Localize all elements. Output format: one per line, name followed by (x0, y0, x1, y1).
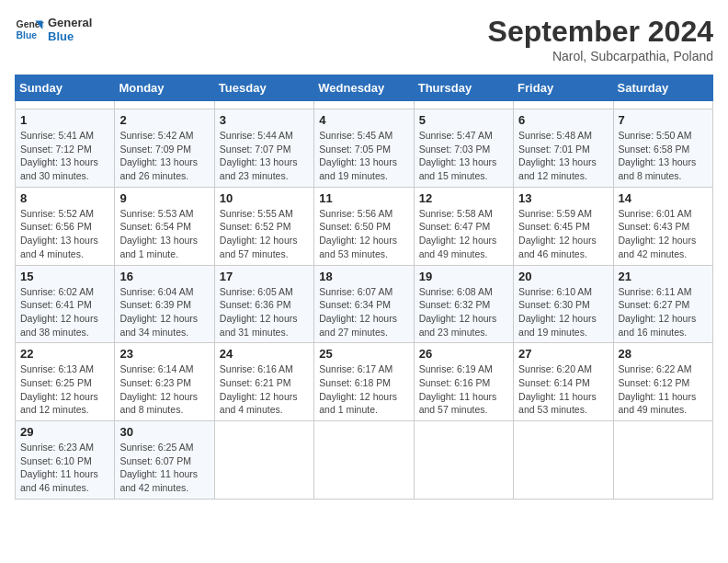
day-info: Sunrise: 6:22 AM Sunset: 6:12 PM Dayligh… (619, 362, 708, 417)
location-subtitle: Narol, Subcarpathia, Poland (488, 49, 713, 63)
day-info: Sunrise: 6:14 AM Sunset: 6:23 PM Dayligh… (119, 362, 209, 417)
day-info: Sunrise: 6:05 AM Sunset: 6:36 PM Dayligh… (220, 285, 309, 339)
title-area: September 2024 Narol, Subcarpathia, Pola… (488, 15, 713, 63)
calendar-table: SundayMondayTuesdayWednesdayThursdayFrid… (15, 75, 713, 500)
calendar-cell (613, 101, 712, 109)
day-number: 19 (419, 270, 508, 283)
calendar-cell: 14Sunrise: 6:01 AM Sunset: 6:43 PM Dayli… (613, 187, 712, 265)
calendar-cell: 10Sunrise: 5:55 AM Sunset: 6:52 PM Dayli… (214, 187, 313, 265)
day-number: 16 (119, 270, 209, 283)
calendar-cell: 30Sunrise: 6:25 AM Sunset: 6:07 PM Dayli… (115, 421, 214, 500)
day-number: 3 (220, 113, 309, 127)
header-friday: Friday (514, 75, 613, 101)
day-info: Sunrise: 6:17 AM Sunset: 6:18 PM Dayligh… (319, 362, 408, 417)
calendar-cell: 13Sunrise: 5:59 AM Sunset: 6:45 PM Dayli… (514, 187, 613, 265)
calendar-cell: 18Sunrise: 6:07 AM Sunset: 6:34 PM Dayli… (314, 265, 414, 343)
calendar-cell: 1Sunrise: 5:41 AM Sunset: 7:12 PM Daylig… (16, 109, 115, 188)
day-number: 18 (319, 270, 408, 283)
day-info: Sunrise: 5:44 AM Sunset: 7:07 PM Dayligh… (220, 129, 309, 183)
day-number: 8 (20, 191, 109, 205)
header: General Blue General Blue September 2024… (15, 15, 713, 63)
calendar-cell: 6Sunrise: 5:48 AM Sunset: 7:01 PM Daylig… (514, 109, 613, 188)
calendar-cell: 29Sunrise: 6:23 AM Sunset: 6:10 PM Dayli… (16, 421, 115, 500)
calendar-cell (514, 421, 613, 500)
day-info: Sunrise: 6:20 AM Sunset: 6:14 PM Dayligh… (518, 362, 608, 417)
calendar-cell: 24Sunrise: 6:16 AM Sunset: 6:21 PM Dayli… (214, 343, 313, 421)
day-info: Sunrise: 5:58 AM Sunset: 6:47 PM Dayligh… (419, 207, 508, 261)
calendar-cell: 11Sunrise: 5:56 AM Sunset: 6:50 PM Dayli… (314, 187, 414, 265)
day-info: Sunrise: 5:42 AM Sunset: 7:09 PM Dayligh… (119, 129, 209, 183)
logo-icon: General Blue (15, 15, 44, 44)
calendar-cell (16, 101, 115, 109)
day-info: Sunrise: 6:01 AM Sunset: 6:43 PM Dayligh… (619, 207, 708, 261)
calendar-cell (314, 101, 414, 109)
day-number: 23 (119, 347, 209, 361)
header-tuesday: Tuesday (214, 75, 313, 101)
day-number: 26 (419, 347, 508, 361)
calendar-cell: 19Sunrise: 6:08 AM Sunset: 6:32 PM Dayli… (414, 265, 513, 343)
day-info: Sunrise: 6:07 AM Sunset: 6:34 PM Dayligh… (319, 285, 408, 339)
calendar-cell: 17Sunrise: 6:05 AM Sunset: 6:36 PM Dayli… (214, 265, 313, 343)
calendar-cell (514, 101, 613, 109)
calendar-week-row: 8Sunrise: 5:52 AM Sunset: 6:56 PM Daylig… (16, 187, 713, 265)
day-info: Sunrise: 6:02 AM Sunset: 6:41 PM Dayligh… (20, 285, 109, 339)
calendar-cell: 12Sunrise: 5:58 AM Sunset: 6:47 PM Dayli… (414, 187, 513, 265)
header-thursday: Thursday (414, 75, 513, 101)
day-number: 4 (319, 113, 408, 127)
header-wednesday: Wednesday (314, 75, 414, 101)
day-number: 2 (119, 113, 209, 127)
day-number: 9 (119, 191, 209, 205)
calendar-cell: 28Sunrise: 6:22 AM Sunset: 6:12 PM Dayli… (613, 343, 712, 421)
calendar-cell (414, 101, 513, 109)
day-number: 21 (619, 270, 708, 283)
calendar-cell: 23Sunrise: 6:14 AM Sunset: 6:23 PM Dayli… (115, 343, 214, 421)
calendar-cell: 16Sunrise: 6:04 AM Sunset: 6:39 PM Dayli… (115, 265, 214, 343)
calendar-cell: 2Sunrise: 5:42 AM Sunset: 7:09 PM Daylig… (115, 109, 214, 188)
day-info: Sunrise: 5:52 AM Sunset: 6:56 PM Dayligh… (20, 207, 109, 261)
calendar-cell (314, 421, 414, 500)
day-number: 15 (20, 270, 109, 283)
svg-text:Blue: Blue (17, 30, 38, 40)
calendar-week-row: 15Sunrise: 6:02 AM Sunset: 6:41 PM Dayli… (16, 265, 713, 343)
day-info: Sunrise: 5:59 AM Sunset: 6:45 PM Dayligh… (518, 207, 608, 261)
calendar-cell (414, 421, 513, 500)
calendar-cell (214, 421, 313, 500)
day-number: 30 (119, 425, 209, 439)
day-info: Sunrise: 5:53 AM Sunset: 6:54 PM Dayligh… (119, 207, 209, 261)
day-number: 11 (319, 191, 408, 205)
day-info: Sunrise: 6:13 AM Sunset: 6:25 PM Dayligh… (20, 362, 109, 417)
calendar-cell: 15Sunrise: 6:02 AM Sunset: 6:41 PM Dayli… (16, 265, 115, 343)
day-number: 22 (20, 347, 109, 361)
month-title: September 2024 (488, 15, 713, 49)
header-saturday: Saturday (613, 75, 712, 101)
day-info: Sunrise: 6:11 AM Sunset: 6:27 PM Dayligh… (619, 285, 708, 339)
day-number: 1 (20, 113, 109, 127)
calendar-cell: 20Sunrise: 6:10 AM Sunset: 6:30 PM Dayli… (514, 265, 613, 343)
day-number: 17 (220, 270, 309, 283)
day-info: Sunrise: 6:08 AM Sunset: 6:32 PM Dayligh… (419, 285, 508, 339)
calendar-header-row: SundayMondayTuesdayWednesdayThursdayFrid… (16, 75, 713, 101)
day-info: Sunrise: 6:16 AM Sunset: 6:21 PM Dayligh… (220, 362, 309, 417)
day-number: 29 (20, 425, 109, 439)
day-number: 6 (518, 113, 608, 127)
calendar-cell: 22Sunrise: 6:13 AM Sunset: 6:25 PM Dayli… (16, 343, 115, 421)
day-number: 10 (220, 191, 309, 205)
day-info: Sunrise: 6:04 AM Sunset: 6:39 PM Dayligh… (119, 285, 209, 339)
calendar-cell: 5Sunrise: 5:47 AM Sunset: 7:03 PM Daylig… (414, 109, 513, 188)
calendar-cell (214, 101, 313, 109)
day-number: 28 (619, 347, 708, 361)
day-info: Sunrise: 5:41 AM Sunset: 7:12 PM Dayligh… (20, 129, 109, 183)
day-info: Sunrise: 5:50 AM Sunset: 6:58 PM Dayligh… (619, 129, 708, 183)
calendar-cell: 7Sunrise: 5:50 AM Sunset: 6:58 PM Daylig… (613, 109, 712, 188)
logo: General Blue General Blue (15, 15, 92, 44)
calendar-cell: 25Sunrise: 6:17 AM Sunset: 6:18 PM Dayli… (314, 343, 414, 421)
day-number: 20 (518, 270, 608, 283)
calendar-cell: 8Sunrise: 5:52 AM Sunset: 6:56 PM Daylig… (16, 187, 115, 265)
day-info: Sunrise: 5:55 AM Sunset: 6:52 PM Dayligh… (220, 207, 309, 261)
calendar-cell: 9Sunrise: 5:53 AM Sunset: 6:54 PM Daylig… (115, 187, 214, 265)
day-info: Sunrise: 5:56 AM Sunset: 6:50 PM Dayligh… (319, 207, 408, 261)
calendar-cell: 27Sunrise: 6:20 AM Sunset: 6:14 PM Dayli… (514, 343, 613, 421)
day-info: Sunrise: 6:23 AM Sunset: 6:10 PM Dayligh… (20, 441, 109, 495)
logo-line2: Blue (48, 29, 92, 43)
day-number: 27 (518, 347, 608, 361)
